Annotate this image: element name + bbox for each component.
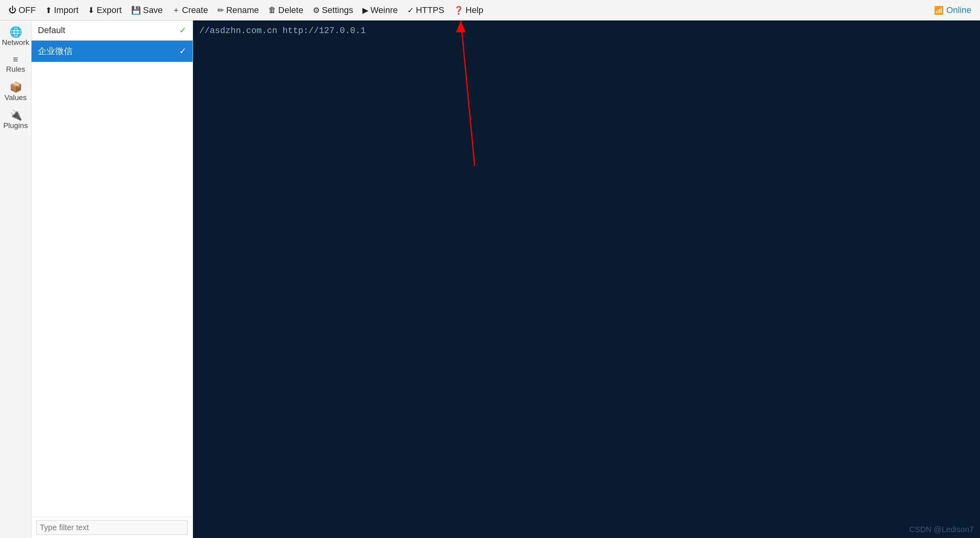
main-layout: 🌐 Network ≡ Rules 📦 Values 🔌 Plugins Def… [0,20,980,538]
rename-button[interactable]: ✏ Rename [213,4,263,17]
export-button[interactable]: ⬇ Export [84,4,126,17]
profile-item-enterprise-wechat[interactable]: 企业微信 ✓ [32,41,193,62]
export-icon: ⬇ [88,6,95,15]
settings-icon: ⚙ [313,6,320,15]
rename-icon: ✏ [217,6,224,15]
sidebar-item-plugins[interactable]: 🔌 Plugins [2,107,30,134]
editor-content: //asdzhn.com.cn http://127.0.0.1 [193,20,980,41]
filter-input[interactable] [36,520,188,535]
rules-icon: ≡ [13,55,18,64]
sidebar-item-network[interactable]: 🌐 Network [2,24,30,50]
weinre-icon: ▶ [362,6,368,15]
online-icon: 📶 [934,6,944,15]
network-icon: 🌐 [9,27,22,37]
sidebar-icons: 🌐 Network ≡ Rules 📦 Values 🔌 Plugins [0,20,32,538]
weinre-button[interactable]: ▶ Weinre [358,4,401,17]
toolbar: ⏻ OFF ⬆ Import ⬇ Export 💾 Save ＋ Create … [0,0,980,20]
create-button[interactable]: ＋ Create [168,3,212,17]
sidebar-item-rules[interactable]: ≡ Rules [2,52,30,77]
delete-button[interactable]: 🗑 Delete [264,4,307,17]
https-button[interactable]: ✓ HTTPS [403,4,448,17]
settings-button[interactable]: ⚙ Settings [309,4,357,17]
enterprise-wechat-check-icon: ✓ [179,46,186,56]
online-status: 📶 Online [930,4,975,17]
save-button[interactable]: 💾 Save [127,4,167,17]
import-button[interactable]: ⬆ Import [41,4,82,17]
plugins-icon: 🔌 [9,110,22,120]
help-button[interactable]: ❓ Help [450,4,487,17]
https-icon: ✓ [407,6,414,15]
save-icon: 💾 [131,6,141,15]
filter-input-container [32,517,193,538]
editor-area: //asdzhn.com.cn http://127.0.0.1 CSDN @L… [193,20,980,538]
delete-icon: 🗑 [268,6,276,15]
default-check-icon: ✓ [179,25,186,35]
watermark: CSDN @Ledison7 [909,525,974,534]
sidebar-item-values[interactable]: 📦 Values [2,79,30,106]
off-button[interactable]: ⏻ OFF [5,4,40,17]
profile-list: Default ✓ 企业微信 ✓ [32,20,193,538]
values-icon: 📦 [9,82,22,92]
red-arrow-annotation [193,20,980,538]
import-icon: ⬆ [45,6,52,15]
create-icon: ＋ [172,5,180,15]
power-icon: ⏻ [9,6,17,15]
svg-line-0 [461,20,475,166]
help-icon: ❓ [454,6,464,15]
profile-item-default[interactable]: Default ✓ [32,20,193,41]
